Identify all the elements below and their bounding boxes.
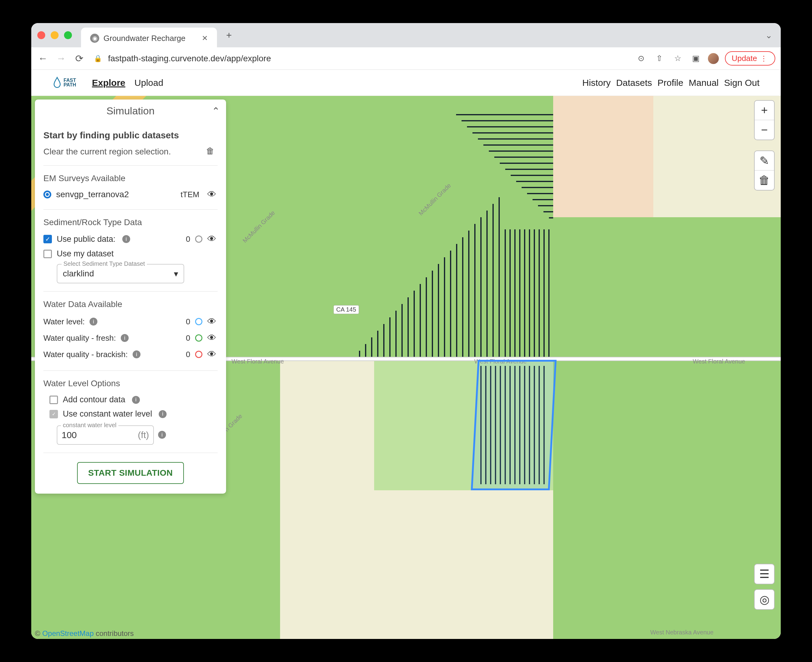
map-container[interactable]: West Floral Avenue West Floral Avenue We… — [31, 96, 781, 639]
info-icon[interactable]: i — [133, 350, 140, 358]
app-logo[interactable]: FAST PATH — [53, 74, 86, 92]
locate-button[interactable]: ◎ — [755, 590, 774, 609]
sediment-select-label: Select Sediment Type Dataset — [62, 260, 147, 267]
panel-title: Simulation — [106, 105, 155, 117]
nav-signout[interactable]: Sign Out — [724, 78, 759, 88]
brand-text: FAST PATH — [64, 78, 86, 87]
sediment-select-wrap: Select Sediment Type Dataset clarklind ▾ — [57, 264, 217, 283]
road-ca145-badge: CA 145 — [333, 305, 359, 314]
add-contour-label: Add contour data — [63, 395, 125, 405]
back-button[interactable]: ← — [37, 53, 49, 64]
info-icon[interactable]: i — [158, 431, 166, 439]
em-survey-name: senvgp_terranova2 — [56, 190, 176, 199]
zoom-out-button[interactable]: − — [755, 120, 774, 140]
update-button[interactable]: Update ⋮ — [725, 51, 775, 66]
nav-datasets[interactable]: Datasets — [616, 78, 652, 88]
url-field[interactable]: fastpath-staging.curvenote.dev/app/explo… — [108, 54, 629, 63]
em-survey-row[interactable]: senvgp_terranova2 tTEM 👁 — [43, 188, 217, 201]
use-constant-label: Use constant water level — [63, 409, 152, 419]
new-tab-button[interactable]: + — [226, 30, 232, 41]
road-floral-w: West Floral Avenue — [232, 358, 284, 365]
address-bar: ← → ⟳ 🔒 fastpath-staging.curvenote.dev/a… — [31, 47, 781, 70]
right-nav: History Datasets Profile Manual Sign Out — [582, 78, 759, 88]
nav-explore[interactable]: Explore — [92, 78, 125, 88]
titlebar: ◉ Groundwater Recharge ✕ + ⌄ — [31, 23, 781, 47]
sediment-select-value: clarklind — [63, 269, 94, 278]
maximize-window-button[interactable] — [64, 31, 72, 39]
profile-avatar[interactable] — [708, 53, 719, 64]
close-window-button[interactable] — [37, 31, 45, 39]
visibility-icon[interactable]: 👁 — [207, 317, 217, 327]
use-public-row: Use public data: i 0 👁 — [43, 231, 217, 247]
reload-button[interactable]: ⟳ — [73, 53, 85, 64]
water-fresh-label: Water quality - fresh: — [43, 333, 116, 343]
radio-selected-icon[interactable] — [43, 191, 51, 198]
zoom-in-button[interactable]: + — [755, 101, 774, 120]
em-survey-type: tTEM — [180, 190, 199, 199]
water-brackish-row: Water quality - brackish: i 0 👁 — [43, 346, 217, 363]
use-public-checkbox[interactable] — [43, 235, 52, 243]
road-floral-e: West Floral Avenue — [693, 358, 745, 365]
layers-button[interactable]: ☰ — [755, 564, 774, 584]
minimize-window-button[interactable] — [51, 31, 59, 39]
close-tab-icon[interactable]: ✕ — [202, 34, 208, 42]
trash-icon[interactable]: 🗑 — [206, 146, 217, 157]
info-icon[interactable]: i — [159, 410, 167, 418]
start-simulation-button[interactable]: START SIMULATION — [77, 462, 183, 484]
delete-region-button[interactable]: 🗑 — [755, 170, 774, 190]
info-icon[interactable]: i — [122, 235, 130, 243]
legend-dot-green — [195, 334, 203, 342]
use-constant-checkbox[interactable] — [50, 410, 58, 418]
visibility-icon[interactable]: 👁 — [207, 189, 217, 200]
osm-link[interactable]: OpenStreetMap — [42, 629, 93, 638]
clear-region-text: Clear the current region selection. — [43, 147, 171, 157]
simulation-panel: Simulation ⌃ Start by finding public dat… — [35, 100, 226, 493]
add-contour-checkbox[interactable] — [50, 395, 58, 404]
water-brackish-count: 0 — [186, 350, 190, 359]
nav-manual[interactable]: Manual — [689, 78, 719, 88]
edit-region-button[interactable]: ✎ — [755, 151, 774, 170]
edit-control: ✎ 🗑 — [754, 151, 775, 191]
nav-upload[interactable]: Upload — [134, 78, 163, 88]
browser-tab[interactable]: ◉ Groundwater Recharge ✕ — [81, 27, 217, 49]
tab-title: Groundwater Recharge — [103, 34, 185, 43]
map-attribution: © OpenStreetMap contributors — [35, 629, 134, 638]
menu-dots-icon[interactable]: ⋮ — [760, 54, 767, 63]
nav-profile[interactable]: Profile — [658, 78, 683, 88]
use-my-row: Use my dataset — [43, 247, 217, 261]
info-icon[interactable]: i — [121, 334, 129, 342]
water-fresh-row: Water quality - fresh: i 0 👁 — [43, 330, 217, 346]
search-icon[interactable]: ⊙ — [635, 53, 647, 64]
legend-dot-blue — [195, 318, 203, 325]
water-level-count: 0 — [186, 317, 190, 326]
visibility-icon[interactable]: 👁 — [207, 234, 217, 244]
chevron-down-icon: ▾ — [174, 269, 178, 279]
info-icon[interactable]: i — [90, 318, 97, 326]
forward-button[interactable]: → — [55, 53, 67, 64]
tabs-chevron-icon[interactable]: ⌄ — [765, 31, 772, 40]
legend-dot-red — [195, 351, 203, 358]
info-icon[interactable]: i — [132, 396, 140, 404]
legend-dot-grey — [195, 235, 203, 243]
visibility-icon[interactable]: 👁 — [207, 333, 217, 343]
intro-text: Start by finding public datasets — [43, 130, 217, 140]
panel-header: Simulation ⌃ — [35, 100, 226, 122]
use-my-label: Use my dataset — [57, 249, 114, 259]
zoom-control: + − — [754, 100, 775, 140]
use-my-checkbox[interactable] — [43, 250, 52, 258]
bookmark-icon[interactable]: ☆ — [672, 53, 683, 64]
lock-icon: 🔒 — [94, 55, 102, 63]
wlo-heading: Water Level Options — [43, 379, 217, 388]
reader-icon[interactable]: ▣ — [690, 53, 702, 64]
constant-input-label: constant water level — [61, 422, 118, 429]
em-heading: EM Surveys Available — [43, 174, 217, 183]
share-icon[interactable]: ⇧ — [653, 53, 666, 64]
water-fresh-count: 0 — [186, 333, 190, 343]
collapse-icon[interactable]: ⌃ — [212, 105, 220, 117]
region-selection[interactable] — [471, 360, 557, 490]
add-contour-row: Add contour data i — [50, 393, 217, 407]
nav-history[interactable]: History — [582, 78, 611, 88]
water-level-row: Water level: i 0 👁 — [43, 313, 217, 330]
use-public-label: Use public data: — [57, 235, 116, 244]
visibility-icon[interactable]: 👁 — [207, 349, 217, 360]
